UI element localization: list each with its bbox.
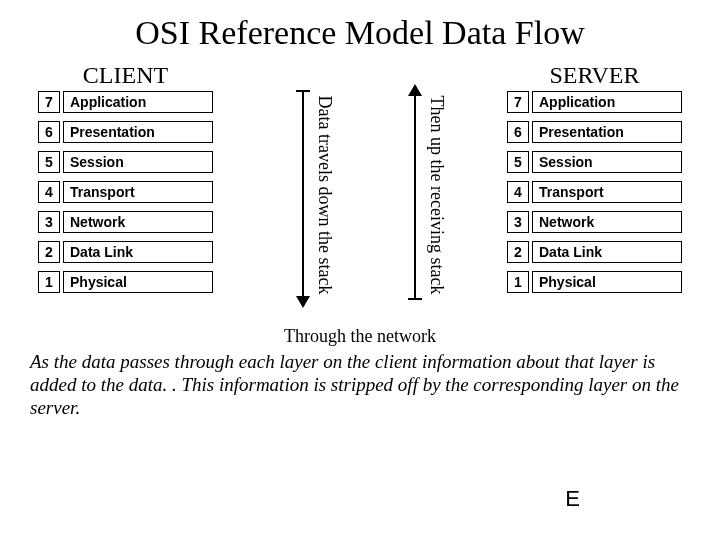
- layer-name: Network: [63, 211, 213, 233]
- layer-name: Physical: [532, 271, 682, 293]
- layer-name: Session: [532, 151, 682, 173]
- layer-num: 7: [507, 91, 529, 113]
- client-layer-2: 2Data Link: [38, 241, 213, 263]
- layer-num: 1: [507, 271, 529, 293]
- server-layer-6: 6Presentation: [507, 121, 682, 143]
- down-arrow: Data travels down the stack: [284, 90, 324, 320]
- layer-num: 1: [38, 271, 60, 293]
- layer-num: 3: [507, 211, 529, 233]
- layer-name: Application: [532, 91, 682, 113]
- layer-num: 4: [507, 181, 529, 203]
- layer-name: Data Link: [532, 241, 682, 263]
- layer-num: 2: [38, 241, 60, 263]
- layer-num: 2: [507, 241, 529, 263]
- client-stack: CLIENT 7Application 6Presentation 5Sessi…: [38, 62, 213, 301]
- layer-name: Physical: [63, 271, 213, 293]
- description-text: As the data passes through each layer on…: [30, 351, 690, 419]
- client-layer-3: 3Network: [38, 211, 213, 233]
- client-layer-4: 4Transport: [38, 181, 213, 203]
- layer-num: 6: [507, 121, 529, 143]
- client-layer-6: 6Presentation: [38, 121, 213, 143]
- server-layer-2: 2Data Link: [507, 241, 682, 263]
- layer-name: Data Link: [63, 241, 213, 263]
- layer-name: Application: [63, 91, 213, 113]
- layer-name: Presentation: [532, 121, 682, 143]
- layer-name: Transport: [63, 181, 213, 203]
- server-layer-4: 4Transport: [507, 181, 682, 203]
- layer-num: 6: [38, 121, 60, 143]
- layer-num: 5: [38, 151, 60, 173]
- page-title: OSI Reference Model Data Flow: [30, 14, 690, 52]
- down-arrow-label: Data travels down the stack: [314, 96, 335, 295]
- through-label: Through the network: [30, 326, 690, 347]
- client-label: CLIENT: [38, 62, 213, 89]
- server-layer-5: 5Session: [507, 151, 682, 173]
- up-arrow: Then up the receiving stack: [396, 90, 436, 320]
- layer-num: 3: [38, 211, 60, 233]
- layer-name: Session: [63, 151, 213, 173]
- client-layer-7: 7Application: [38, 91, 213, 113]
- layer-name: Network: [532, 211, 682, 233]
- server-layer-1: 1Physical: [507, 271, 682, 293]
- layer-num: 7: [38, 91, 60, 113]
- up-arrow-label: Then up the receiving stack: [426, 96, 447, 295]
- server-stack: SERVER 7Application 6Presentation 5Sessi…: [507, 62, 682, 301]
- osi-diagram: CLIENT 7Application 6Presentation 5Sessi…: [30, 62, 690, 320]
- client-layer-5: 5Session: [38, 151, 213, 173]
- layer-num: 5: [507, 151, 529, 173]
- layer-name: Transport: [532, 181, 682, 203]
- server-layer-3: 3Network: [507, 211, 682, 233]
- layer-num: 4: [38, 181, 60, 203]
- server-layer-7: 7Application: [507, 91, 682, 113]
- corner-label: E: [565, 486, 580, 512]
- client-layer-1: 1Physical: [38, 271, 213, 293]
- server-label: SERVER: [507, 62, 682, 89]
- layer-name: Presentation: [63, 121, 213, 143]
